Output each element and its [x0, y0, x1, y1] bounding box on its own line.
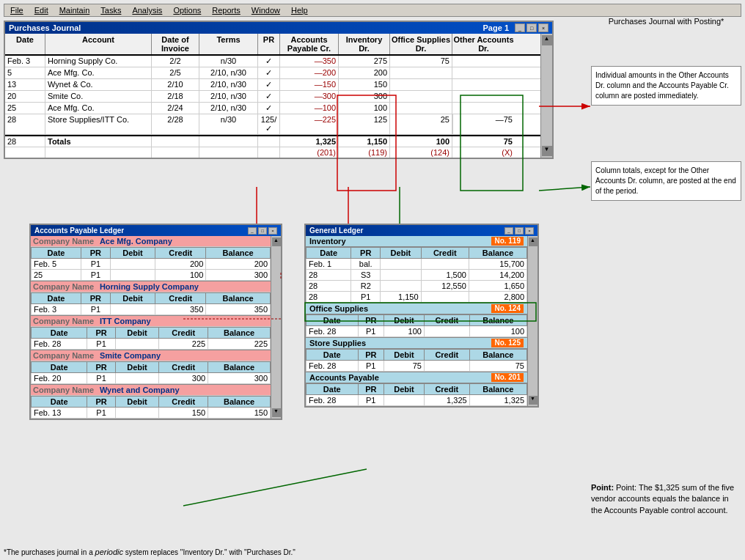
- gl-close[interactable]: ×: [525, 227, 534, 235]
- itt-row-1: Feb. 28 P1 225 225: [32, 339, 271, 350]
- menu-reports[interactable]: Reports: [212, 6, 241, 15]
- gl-store-supplies-no: No. 125: [491, 339, 524, 347]
- pj-row-4: 20 Smite Co. 2/18 2/10, n/30 ✓ —300 300: [5, 91, 540, 103]
- ap-gl-row-1: Feb. 28 P1 1,325 1,325: [307, 395, 527, 406]
- inv-row-4: 28 P1 1,150 2,800: [307, 292, 527, 303]
- ace-row-2: 25 P1 100 300: [32, 270, 271, 281]
- svg-line-1: [539, 187, 590, 191]
- purchases-journal-window: Purchases Journal Page 1 _ □ × Date Acco…: [4, 21, 554, 159]
- menu-maintain[interactable]: Maintain: [59, 6, 90, 15]
- menu-bar: File Edit Maintain Tasks Analysis Option…: [4, 4, 741, 17]
- inv-row-2: 28 S3 1,500 14,200: [307, 270, 527, 281]
- inv-row-3: 28 R2 12,550 1,650: [307, 281, 527, 292]
- col-pr: PR: [258, 34, 280, 54]
- gl-store-supplies-section: Store Supplies No. 125 Date PR Debit Cre…: [306, 337, 527, 372]
- pj-row-2: 5 Ace Mfg. Co. 2/5 2/10, n/30 ✓ —200 200: [5, 67, 540, 79]
- wynet-row-1: Feb. 13 P1 150 150: [32, 408, 271, 419]
- gl-inventory-section: Inventory No. 119 Date PR Debit Credit B…: [306, 236, 527, 303]
- inv-row-1: Feb. 1 bal. 15,700: [307, 259, 527, 270]
- pj-maximize[interactable]: □: [526, 23, 537, 32]
- horning-row-1: Feb. 3 P1 350 350: [32, 304, 271, 315]
- pj-row-1: Feb. 3 Horning Supply Co. 2/2 n/30 ✓ —35…: [5, 56, 540, 67]
- company-itt: Company Name ITT Company Date PR Debit C…: [31, 315, 271, 350]
- menu-help[interactable]: Help: [291, 6, 308, 15]
- company-horning: Company Name Horning Supply Company Date…: [31, 281, 271, 315]
- gl-office-supplies-section: Office Supplies No. 124 Date PR Debit Cr…: [306, 303, 527, 337]
- exhibit-subtitle: Purchases Journal with Posting*: [591, 17, 741, 26]
- gl-ap-no: No. 201: [491, 373, 524, 382]
- menu-file[interactable]: File: [10, 6, 23, 15]
- col-date: Date: [5, 34, 45, 54]
- pj-totals-row: 28 Totals 1,325 1,150 100 75: [5, 135, 540, 147]
- ap-ledger-scrollbar[interactable]: ▲ ▼: [271, 236, 281, 419]
- col-account: Account: [45, 34, 152, 54]
- gl-minimize[interactable]: _: [504, 227, 513, 235]
- pj-row-5: 25 Ace Mfg. Co. 2/24 2/10, n/30 ✓ —100 1…: [5, 103, 540, 114]
- col-terms: Terms: [199, 34, 258, 54]
- ace-row-1: Feb. 5 P1 200 200: [32, 259, 271, 270]
- footnote: *The purchases journal in a periodic sys…: [4, 548, 296, 556]
- pj-row-6: 28 Store Supplies/ITT Co. 2/28 n/30 125/…: [5, 114, 540, 135]
- ap-ledger-title: Accounts Payable Ledger: [34, 226, 124, 235]
- pj-column-headers: Date Account Date of Invoice Terms PR Ac…: [5, 34, 540, 56]
- gl-store-supplies-name: Store Supplies: [309, 339, 366, 347]
- pj-minimize[interactable]: _: [515, 23, 525, 32]
- smite-row-1: Feb. 20 P1 300 300: [32, 373, 271, 384]
- gl-office-supplies-name: Office Supplies: [309, 304, 368, 313]
- gl-inventory-name: Inventory: [309, 237, 346, 246]
- svg-line-12: [183, 469, 367, 506]
- off-sup-row-1: Feb. 28 P1 100 100: [307, 326, 527, 337]
- pj-title-bar: Purchases Journal Page 1 _ □ ×: [5, 22, 552, 34]
- menu-analysis[interactable]: Analysis: [132, 6, 162, 15]
- gl-inventory-no: No. 119: [491, 237, 524, 246]
- menu-tasks[interactable]: Tasks: [100, 6, 121, 15]
- gl-title: General Ledger: [309, 226, 363, 235]
- pj-title: Purchases Journal: [9, 23, 81, 32]
- company-wynet: Company Name Wynet and Company Date PR D…: [31, 384, 271, 419]
- company-smite: Company Name Smite Company Date PR Debit…: [31, 350, 271, 384]
- store-sup-row-1: Feb. 28 P1 75 75: [307, 361, 527, 372]
- ap-ledger-minimize[interactable]: _: [248, 227, 257, 235]
- col-other-dr: Other Accounts Dr.: [452, 34, 515, 54]
- ap-ledger-maximize[interactable]: □: [258, 227, 267, 235]
- ap-ledger-title-bar: Accounts Payable Ledger _ □ ×: [31, 225, 281, 236]
- col-off-sup-dr: Office Supplies Dr.: [390, 34, 452, 54]
- annotation-bottom-right: Column totals, except for the Other Acco…: [591, 161, 741, 201]
- gl-ap-section: Accounts Payable No. 201 Date PR Debit C…: [306, 372, 527, 406]
- pj-row-3: 13 Wynet & Co. 2/10 2/10, n/30 ✓ —150 15…: [5, 79, 540, 91]
- pj-posting-row: (201) (119) (124) (X): [5, 147, 540, 158]
- ap-ledger-window: Accounts Payable Ledger _ □ × Company Na…: [29, 224, 282, 420]
- annotation-top-right: Individual amounts in the Other Accounts…: [591, 66, 741, 106]
- gl-maximize[interactable]: □: [515, 227, 524, 235]
- point-note: Point: Point: The $1,325 sum of the five…: [591, 482, 741, 516]
- menu-options[interactable]: Options: [173, 6, 201, 15]
- gl-ap-name: Accounts Payable: [309, 373, 379, 382]
- pj-close[interactable]: ×: [538, 23, 548, 32]
- col-ap-cr: Accounts Payable Cr.: [280, 34, 339, 54]
- gl-title-bar: General Ledger _ □ ×: [306, 225, 537, 236]
- col-date-invoice: Date of Invoice: [152, 34, 199, 54]
- pj-scrollbar[interactable]: ▲ ▼: [540, 34, 552, 158]
- menu-edit[interactable]: Edit: [34, 6, 48, 15]
- gl-scrollbar[interactable]: ▲ ▼: [527, 236, 537, 406]
- gl-office-supplies-no: No. 124: [491, 304, 524, 313]
- gl-window: General Ledger _ □ × Inventory No. 119 D…: [304, 224, 539, 408]
- pj-page: Page 1: [483, 23, 509, 32]
- col-inv-dr: Inventory Dr.: [339, 34, 390, 54]
- company-ace-mfg: Company Name Ace Mfg. Company Date PR De…: [31, 236, 271, 281]
- main-container: File Edit Maintain Tasks Analysis Option…: [0, 0, 745, 560]
- menu-window[interactable]: Window: [252, 6, 280, 15]
- ap-ledger-close[interactable]: ×: [268, 227, 277, 235]
